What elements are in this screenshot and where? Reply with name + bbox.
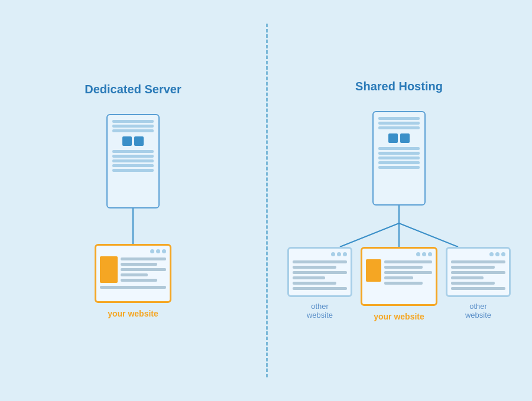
dot-1 [150,249,154,253]
server-line-5 [112,155,154,158]
websites-row: otherwebsite [287,247,511,321]
shared-hosting-title: Shared Hosting [355,80,443,93]
bottom-lines [100,286,166,289]
shared-server-sq-1 [388,133,398,143]
server-line-3 [112,129,154,132]
your-website-shared-label: your website [374,312,424,321]
main-container: Dedicated Server [0,0,532,401]
svg-line-3 [399,223,458,247]
site-line-4 [121,273,148,276]
dedicated-connector [132,208,134,244]
svg-line-1 [340,223,399,247]
other-website-right-label: otherwebsite [465,302,491,320]
site-line-1 [121,257,166,260]
other-website-left: otherwebsite [287,247,352,320]
dot-2 [156,249,160,253]
shared-server-line-4 [378,147,420,150]
shared-server-line-7 [378,161,420,164]
server-line-7 [112,164,154,167]
other-website-right: otherwebsite [446,247,511,320]
other-website-right-box [446,247,511,297]
shared-server-line-2 [378,122,420,125]
server-line-1 [112,120,154,123]
shared-server-squares [388,133,410,143]
other-website-left-label: otherwebsite [307,302,333,320]
site-content [100,256,166,283]
other-right-dots [451,252,505,256]
site-line-5 [121,279,157,282]
site-image [100,256,118,283]
shared-server-line-8 [378,166,420,169]
shared-hosting-panel: Shared Hosting [266,0,532,401]
server-sq-2 [134,136,144,146]
site-line-3 [121,268,166,271]
server-line-8 [112,169,154,172]
dedicated-website-label: your website [108,309,158,318]
shared-server-line-6 [378,157,420,159]
dedicated-server-title: Dedicated Server [85,83,181,96]
dedicated-server-panel: Dedicated Server [0,0,266,401]
server-line-6 [112,159,154,162]
shared-server-icon [372,111,426,206]
server-sq-1 [122,136,132,146]
other-left-dots [293,252,347,256]
other-right-content [451,259,505,290]
your-site-image [366,259,381,282]
dedicated-website-box [95,244,171,303]
server-line-4 [112,150,154,153]
browser-dots [100,249,166,253]
server-squares [122,136,144,146]
dot-3 [162,249,166,253]
other-website-left-box [287,247,352,297]
other-right-lines [451,260,505,290]
shared-server-line-3 [378,126,420,129]
other-left-lines [293,260,347,290]
shared-server-line-1 [378,117,420,120]
shared-server-sq-2 [400,133,410,143]
dedicated-server-icon [106,114,160,208]
other-left-content [293,259,347,290]
your-website-shared-box [361,247,437,306]
bottom-line-1 [100,286,166,289]
fan-connector-svg [310,206,488,247]
your-dots [366,252,432,256]
server-line-2 [112,125,154,128]
your-site-lines [384,260,432,285]
site-line-2 [121,263,157,266]
your-website-shared: your website [361,247,437,321]
shared-server-line-5 [378,152,420,155]
site-lines [121,257,166,283]
your-site-content [366,259,432,285]
